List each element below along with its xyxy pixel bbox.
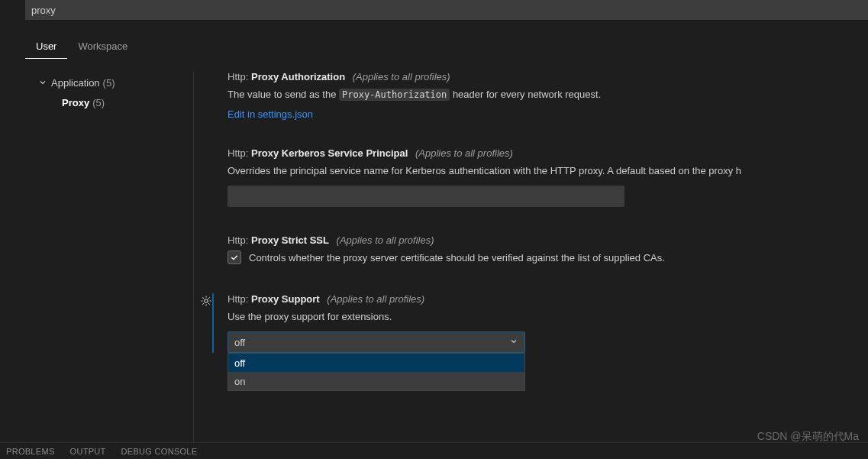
panel-tab-output[interactable]: OUTPUT [70,447,106,456]
check-icon [230,253,239,262]
tree-item-label: Proxy [62,97,89,108]
setting-checkbox-row: Controls whether the proxy server certif… [227,251,868,266]
setting-name: Proxy Kerberos Service Principal [251,147,408,159]
proxy-support-select[interactable]: off [227,331,525,353]
setting-description: Use the proxy support for extensions. [227,309,868,325]
setting-proxy-support: Http: Proxy Support (Applies to all prof… [212,293,868,354]
panel-tab-problems[interactable]: PROBLEMS [6,447,55,456]
setting-scope-note: (Applies to all profiles) [327,293,424,305]
chevron-down-icon [509,337,518,348]
strict-ssl-checkbox[interactable] [227,251,241,264]
setting-title: Http: Proxy Kerberos Service Principal (… [227,147,868,159]
search-settings-value: proxy [31,5,56,16]
setting-proxy-authorization: Http: Proxy Authorization (Applies to al… [214,71,868,120]
tab-user[interactable]: User [25,36,67,59]
proxy-support-select-wrap: off off on [227,331,525,353]
setting-category: Http: [227,147,248,159]
gear-icon[interactable] [200,295,212,307]
tree-group-label: Application [51,77,100,89]
tree-item-count: (5) [92,97,105,108]
settings-content: Http: Proxy Authorization (Applies to al… [193,71,868,445]
tree-group-count: (5) [103,77,115,89]
setting-category: Http: [227,71,248,82]
settings-tree: Application (5) Proxy (5) [25,73,186,112]
setting-title: Http: Proxy Support (Applies to all prof… [227,293,868,305]
select-value: off [234,337,245,348]
tab-workspace[interactable]: Workspace [67,36,138,59]
watermark: CSDN @呆萌的代Ma [757,430,859,444]
setting-name: Proxy Strict SSL [251,234,329,246]
setting-category: Http: [227,293,248,305]
setting-proxy-kerberos-service-principal: Http: Proxy Kerberos Service Principal (… [214,147,868,208]
tree-item-proxy[interactable]: Proxy (5) [25,92,186,112]
chevron-down-icon [37,77,48,88]
setting-description: The value to send as the Proxy-Authoriza… [227,87,868,102]
edit-in-settings-json-link[interactable]: Edit in settings.json [227,108,313,120]
kerberos-principal-input[interactable] [227,186,624,207]
svg-point-0 [205,299,208,302]
settings-scope-tabs: User Workspace [25,36,138,59]
setting-title: Http: Proxy Strict SSL (Applies to all p… [227,234,868,246]
setting-category: Http: [227,234,248,246]
setting-proxy-strict-ssl: Http: Proxy Strict SSL (Applies to all p… [214,234,868,266]
setting-name: Proxy Authorization [251,71,345,82]
search-settings-input[interactable]: proxy [25,0,868,20]
code-chip: Proxy-Authorization [339,89,450,101]
option-on[interactable]: on [228,372,524,390]
setting-scope-note: (Applies to all profiles) [415,147,513,159]
setting-title: Http: Proxy Authorization (Applies to al… [227,71,868,82]
setting-scope-note: (Applies to all profiles) [353,71,450,82]
proxy-support-dropdown: off on [227,353,525,391]
panel-tab-debug-console[interactable]: DEBUG CONSOLE [121,447,198,456]
tree-group-application[interactable]: Application (5) [25,73,186,92]
setting-name: Proxy Support [251,293,320,305]
setting-description: Overrides the principal service name for… [227,163,868,179]
option-off[interactable]: off [228,354,524,372]
setting-description: Controls whether the proxy server certif… [249,251,665,266]
bottom-panel-tabs: PROBLEMS OUTPUT DEBUG CONSOLE [0,442,868,459]
setting-scope-note: (Applies to all profiles) [337,234,434,246]
